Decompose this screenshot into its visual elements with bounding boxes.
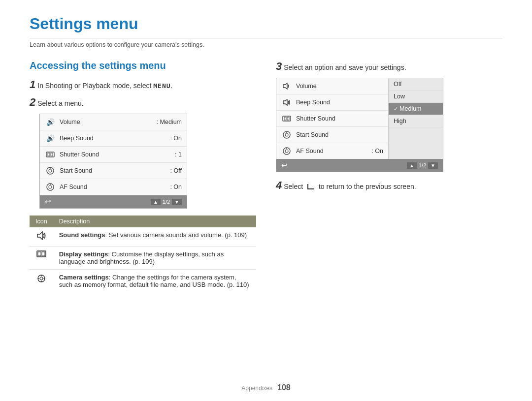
page-title: Settings menu — [30, 15, 502, 38]
option-off[interactable]: Off — [389, 78, 443, 91]
start-icon — [45, 165, 56, 176]
start-icon-r — [281, 129, 292, 140]
option-medium[interactable]: Medium — [389, 103, 443, 115]
icon-table: Icon Description Sound settings: Set var… — [30, 216, 256, 292]
page-indicator-left: 1/2 — [163, 199, 170, 205]
svg-rect-22 — [284, 117, 286, 120]
menu-row-shutter-r: Shutter Sound — [276, 111, 388, 127]
svg-marker-19 — [283, 83, 287, 89]
page-footer: Appendixes 108 — [0, 383, 532, 392]
volume-icon: 🔊 — [45, 117, 56, 127]
left-column: Accessing the settings menu 1 In Shootin… — [30, 60, 256, 292]
step-1: 1 In Shooting or Playback mode, select M… — [30, 78, 256, 91]
step-3-text: Select an option and save your settings. — [284, 63, 406, 71]
nav-up-left[interactable]: ▲ — [151, 199, 161, 205]
svg-rect-0 — [46, 152, 54, 157]
svg-rect-1 — [48, 153, 50, 156]
beep-icon-r — [281, 97, 292, 108]
menu-footer-right: ↩ ▲ 1/2 ▼ — [276, 159, 443, 172]
beep-icon: 🔊 — [45, 133, 56, 144]
table-desc-display: Display settings: Customise the display … — [53, 247, 256, 270]
svg-marker-9 — [37, 232, 42, 240]
menu-row-af-r: AF Sound : On — [276, 143, 388, 159]
table-row-sound: Sound settings: Set various camera sound… — [30, 227, 256, 247]
footer-page: 108 — [277, 383, 291, 392]
menu-options-panel: Off Low Medium High — [389, 78, 443, 159]
table-icon-camera — [30, 270, 53, 293]
menu-row-beep: 🔊 Beep Sound : On — [40, 130, 187, 147]
option-low[interactable]: Low — [389, 91, 443, 103]
step-4: 4 Select to return to the previous scree… — [276, 179, 502, 192]
nav-down-left[interactable]: ▼ — [172, 199, 182, 205]
camera-menu-right: Volume Beep Sound Shutter — [276, 78, 443, 172]
menu-row-volume: 🔊 Volume : Medium — [40, 114, 187, 130]
menu-row-beep-r: Beep Sound — [276, 94, 388, 111]
menu-row-volume-r: Volume — [276, 78, 388, 94]
step-1-text: In Shooting or Playback mode, select MEN… — [37, 82, 172, 90]
menu-nav-right: ▲ 1/2 ▼ — [407, 162, 438, 169]
shutter-icon — [45, 149, 56, 160]
page-subtitle: Learn about various options to configure… — [30, 41, 502, 48]
menu-nav-left: ▲ 1/2 ▼ — [151, 199, 182, 205]
table-header-desc: Description — [53, 216, 256, 227]
af-icon — [45, 182, 56, 192]
svg-rect-21 — [283, 116, 291, 121]
step-1-number: 1 — [30, 78, 35, 91]
nav-up-right[interactable]: ▲ — [407, 162, 417, 169]
svg-rect-11 — [38, 252, 41, 256]
menu-footer-left: ↩ ▲ 1/2 ▼ — [40, 195, 187, 208]
step-4-number: 4 — [276, 179, 282, 192]
table-row-camera: Camera settings: Change the settings for… — [30, 270, 256, 293]
nav-down-right[interactable]: ▼ — [428, 162, 438, 169]
svg-rect-2 — [51, 153, 53, 156]
svg-point-25 — [285, 133, 288, 136]
footer-label: Appendixes — [241, 385, 272, 392]
table-desc-camera: Camera settings: Change the settings for… — [53, 270, 256, 293]
step-3: 3 Select an option and save your setting… — [276, 60, 502, 73]
menu-right-labels: Volume Beep Sound Shutter — [276, 78, 389, 159]
shutter-icon-r — [281, 113, 292, 124]
section-heading: Accessing the settings menu — [30, 60, 256, 71]
table-icon-sound — [30, 227, 53, 247]
table-icon-display — [30, 247, 53, 270]
back-button-right[interactable]: ↩ — [281, 161, 288, 170]
step-2-number: 2 — [30, 96, 35, 109]
option-high[interactable]: High — [389, 115, 443, 127]
step-2: 2 Select a menu. — [30, 96, 256, 109]
af-icon-r — [281, 146, 292, 156]
svg-point-14 — [40, 277, 43, 280]
back-button-left[interactable]: ↩ — [45, 197, 51, 206]
menu-row-start-r: Start Sound — [276, 127, 388, 143]
svg-point-4 — [49, 169, 52, 172]
step-4-text: Select to return to the previous screen. — [284, 183, 416, 190]
camera-menu-left: 🔊 Volume : Medium 🔊 Beep Sound : On Shut… — [39, 114, 187, 209]
menu-row-shutter: Shutter Sound : 1 — [40, 147, 187, 163]
step-3-number: 3 — [276, 60, 282, 73]
right-column: 3 Select an option and save your setting… — [276, 60, 502, 292]
svg-point-7 — [49, 185, 52, 188]
page-indicator-right: 1/2 — [419, 162, 426, 168]
svg-rect-23 — [287, 117, 289, 120]
menu-row-af: AF Sound : On — [40, 179, 187, 195]
table-desc-sound: Sound settings: Set various camera sound… — [53, 227, 256, 247]
table-header-icon: Icon — [30, 216, 53, 227]
svg-rect-12 — [42, 252, 45, 256]
step-2-text: Select a menu. — [37, 99, 83, 107]
menu-row-start: Start Sound : Off — [40, 163, 187, 179]
svg-point-28 — [285, 150, 288, 153]
svg-marker-20 — [283, 99, 287, 105]
table-row-display: Display settings: Customise the display … — [30, 247, 256, 270]
volume-icon-r — [281, 81, 292, 92]
